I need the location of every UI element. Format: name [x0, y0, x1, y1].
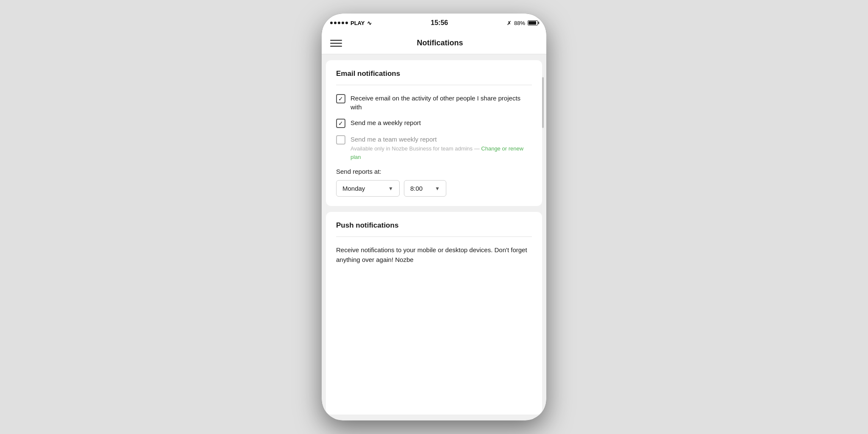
send-reports-section: Send reports at: Monday ▼ 8:00 ▼: [336, 168, 532, 197]
day-value: Monday: [342, 185, 365, 192]
send-reports-label: Send reports at:: [336, 168, 532, 175]
day-dropdown[interactable]: Monday ▼: [336, 180, 400, 197]
status-right: ✗ 88%: [507, 20, 538, 26]
dropdowns-row: Monday ▼ 8:00 ▼: [336, 180, 532, 197]
available-note-text: Available only in Nozbe Business for tea…: [351, 145, 480, 152]
email-section-divider: [336, 85, 532, 85]
status-bar: PLAY ∿ 15:56 ✗ 88%: [322, 14, 546, 32]
hamburger-menu-button[interactable]: [330, 40, 342, 47]
checkbox-row-team-weekly: Send me a team weekly report Available o…: [336, 135, 532, 161]
page-title: Notifications: [342, 39, 538, 47]
push-section-divider: [336, 236, 532, 237]
email-notifications-card: Email notifications ✓ Receive email on t…: [326, 60, 542, 206]
push-section-title: Push notifications: [336, 221, 532, 230]
carrier-label: PLAY: [351, 20, 364, 26]
signal-dot-5: [345, 22, 348, 24]
nav-bar: Notifications: [322, 32, 546, 54]
status-left: PLAY ∿: [330, 20, 372, 26]
checkbox-weekly[interactable]: ✓: [336, 119, 345, 128]
time-value: 8:00: [410, 185, 423, 192]
push-description: Receive notifications to your mobile or …: [336, 245, 532, 264]
battery-fill: [529, 21, 536, 25]
signal-dot-3: [338, 22, 340, 24]
checkbox-team-weekly-content: Send me a team weekly report Available o…: [351, 135, 532, 161]
checkbox-activity-label: Receive email on the activity of other p…: [351, 94, 532, 111]
checkmark-icon: ✓: [338, 96, 343, 102]
hamburger-line-2: [330, 43, 342, 44]
battery-icon: [528, 20, 538, 25]
content-area: Email notifications ✓ Receive email on t…: [322, 54, 546, 420]
time-chevron-icon: ▼: [435, 186, 440, 192]
battery-percentage: 88%: [514, 20, 525, 26]
wifi-icon: ∿: [367, 20, 372, 26]
time-dropdown[interactable]: 8:00 ▼: [404, 180, 446, 197]
signal-dot-1: [330, 22, 333, 24]
available-note: Available only in Nozbe Business for tea…: [351, 145, 532, 161]
checkbox-row-weekly: ✓ Send me a weekly report: [336, 118, 532, 128]
signal-dot-4: [342, 22, 344, 24]
checkbox-team-weekly-label: Send me a team weekly report: [351, 135, 532, 144]
signal-dots: [330, 22, 348, 24]
phone-frame: PLAY ∿ 15:56 ✗ 88% Notifications Email n…: [322, 14, 546, 420]
scroll-indicator[interactable]: [542, 77, 544, 128]
checkbox-team-weekly[interactable]: [336, 135, 345, 145]
checkbox-row-activity: ✓ Receive email on the activity of other…: [336, 94, 532, 111]
hamburger-line-3: [330, 46, 342, 47]
bluetooth-icon: ✗: [507, 20, 512, 26]
checkbox-weekly-label: Send me a weekly report: [351, 118, 421, 127]
email-section-title: Email notifications: [336, 70, 532, 78]
checkmark-icon-2: ✓: [338, 120, 343, 126]
push-notifications-card: Push notifications Receive notifications…: [326, 212, 542, 415]
time-display: 15:56: [431, 19, 448, 27]
signal-dot-2: [334, 22, 337, 24]
day-chevron-icon: ▼: [388, 186, 393, 192]
hamburger-line-1: [330, 40, 342, 41]
checkbox-activity[interactable]: ✓: [336, 94, 345, 103]
